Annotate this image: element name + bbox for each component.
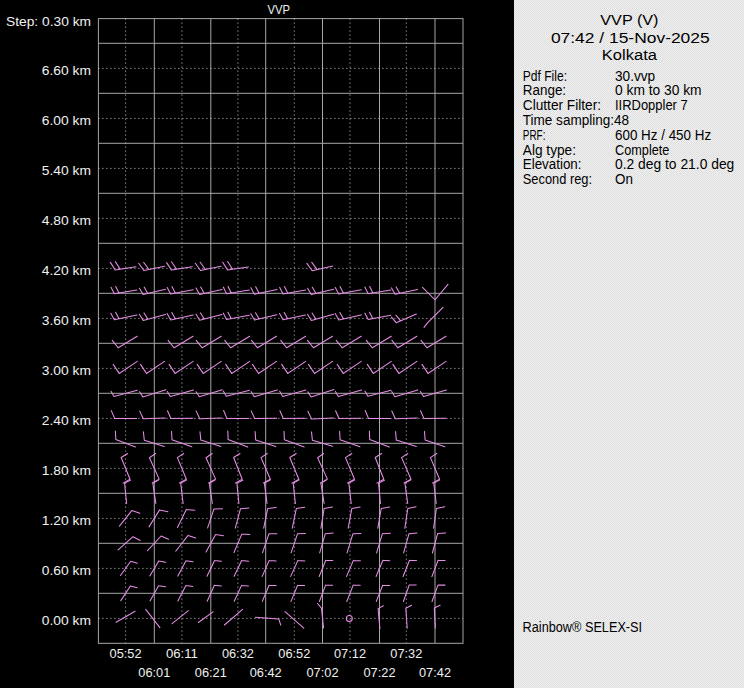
svg-text:600 Hz / 450 Hz: 600 Hz / 450 Hz: [615, 127, 711, 143]
svg-text:Clutter Filter:: Clutter Filter:: [523, 97, 601, 113]
svg-text:1.20 km: 1.20 km: [42, 513, 91, 528]
svg-text:4.20 km: 4.20 km: [42, 263, 91, 278]
svg-text:3.60 km: 3.60 km: [42, 313, 91, 328]
svg-text:30.vvp: 30.vvp: [615, 68, 655, 84]
svg-text:0.60 km: 0.60 km: [42, 563, 91, 578]
svg-text:PRF:: PRF:: [523, 127, 546, 143]
svg-text:1.80 km: 1.80 km: [42, 463, 91, 478]
svg-text:Step: 0.30 km: Step: 0.30 km: [6, 14, 91, 29]
svg-text:06:01: 06:01: [138, 665, 170, 680]
svg-text:Alg type:: Alg type:: [523, 142, 576, 158]
svg-text:4.80 km: 4.80 km: [42, 213, 91, 228]
svg-text:07:42: 07:42: [419, 665, 451, 680]
svg-text:07:22: 07:22: [364, 665, 396, 680]
svg-text:Time sampling:48: Time sampling:48: [523, 112, 629, 128]
svg-text:5.40 km: 5.40 km: [42, 163, 91, 178]
svg-text:VVP: VVP: [268, 2, 291, 17]
svg-text:2.40 km: 2.40 km: [42, 413, 91, 428]
svg-text:6.60 km: 6.60 km: [42, 63, 91, 78]
svg-text:IIRDoppler 7: IIRDoppler 7: [615, 97, 688, 113]
svg-text:Second reg:: Second reg:: [523, 171, 592, 187]
svg-text:06:11: 06:11: [166, 646, 198, 661]
svg-text:3.00 km: 3.00 km: [42, 363, 91, 378]
svg-text:Rainbow® SELEX-SI: Rainbow® SELEX-SI: [523, 619, 643, 635]
svg-text:0.00 km: 0.00 km: [42, 613, 91, 628]
svg-text:Complete: Complete: [615, 142, 670, 158]
svg-text:On: On: [615, 171, 633, 187]
svg-text:07:02: 07:02: [307, 665, 339, 680]
svg-text:07:12: 07:12: [334, 646, 366, 661]
svg-text:06:32: 06:32: [222, 646, 254, 661]
svg-text:0 km to 30 km: 0 km to 30 km: [615, 82, 702, 98]
svg-text:05:52: 05:52: [110, 646, 142, 661]
svg-text:VVP (V): VVP (V): [600, 11, 658, 28]
svg-text:06:21: 06:21: [195, 665, 227, 680]
svg-text:Pdf File:: Pdf File:: [523, 68, 567, 84]
svg-text:Kolkata: Kolkata: [602, 46, 658, 63]
svg-text:06:52: 06:52: [278, 646, 310, 661]
svg-text:06:42: 06:42: [250, 665, 282, 680]
svg-text:Range:: Range:: [523, 82, 566, 98]
svg-text:Elevation:: Elevation:: [523, 156, 582, 172]
svg-text:6.00 km: 6.00 km: [42, 113, 91, 128]
svg-text:07:32: 07:32: [390, 646, 422, 661]
svg-text:0.2 deg to 21.0 deg: 0.2 deg to 21.0 deg: [615, 156, 734, 172]
svg-text:07:42 / 15-Nov-2025: 07:42 / 15-Nov-2025: [551, 29, 710, 46]
